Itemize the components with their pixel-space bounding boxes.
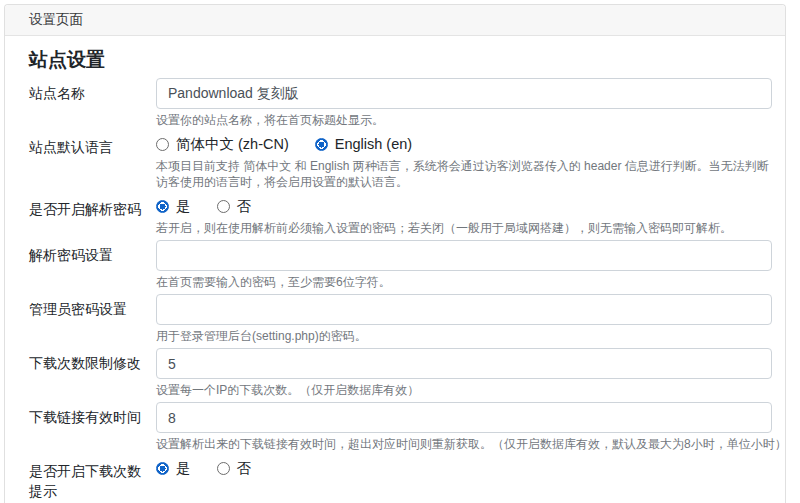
radio-icon[interactable]: [315, 138, 328, 151]
form-row-download-count-tip: 是否开启下载次数提示 是 否: [29, 456, 772, 501]
page-header-title: 设置页面: [29, 11, 83, 29]
field-label-default-language: 站点默认语言: [29, 132, 156, 190]
field-label-admin-password: 管理员密码设置: [29, 294, 156, 344]
field-label-download-limit: 下载次数限制修改: [29, 348, 156, 398]
field-label-site-name: 站点名称: [29, 78, 156, 128]
radio-label: 是: [176, 459, 191, 478]
form-row-site-name: 站点名称 设置你的站点名称，将在首页标题处显示。: [29, 78, 772, 128]
help-text-site-name: 设置你的站点名称，将在首页标题处显示。: [156, 112, 772, 128]
radio-label: 否: [237, 197, 252, 216]
link-valid-time-input[interactable]: [156, 402, 772, 433]
site-name-input[interactable]: [156, 78, 772, 109]
radio-option-download-tip-no[interactable]: 否: [217, 459, 252, 478]
settings-card: 设置页面 站点设置 站点名称 设置你的站点名称，将在首页标题处显示。 站点默认语…: [4, 4, 786, 503]
parse-password-input[interactable]: [156, 240, 772, 271]
form-row-download-limit: 下载次数限制修改 设置每一个IP的下载次数。（仅开启数据库有效）: [29, 348, 772, 398]
form-row-parse-password: 解析密码设置 在首页需要输入的密码，至少需要6位字符。: [29, 240, 772, 290]
download-count-tip-toggle-group: 是 否: [156, 456, 772, 479]
help-text-enable-parse-password: 若开启，则在使用解析前必须输入设置的密码；若关闭（一般用于局域网搭建），则无需输…: [156, 220, 772, 236]
form-row-enable-parse-password: 是否开启解析密码 是 否 若开启，则在使用解析前必须输入设置的密码；若关闭（一般…: [29, 194, 772, 236]
radio-option-en[interactable]: English (en): [315, 135, 412, 154]
help-text-link-valid-time: 设置解析出来的下载链接有效时间，超出对应时间则重新获取。（仅开启数据库有效，默认…: [156, 436, 772, 452]
help-text-download-limit: 设置每一个IP的下载次数。（仅开启数据库有效）: [156, 382, 772, 398]
language-radio-group: 简体中文 (zh-CN) English (en): [156, 132, 772, 155]
radio-option-parse-password-yes[interactable]: 是: [156, 197, 191, 216]
form-row-default-language: 站点默认语言 简体中文 (zh-CN) English (en) 本项目目前支持…: [29, 132, 772, 190]
field-label-enable-parse-password: 是否开启解析密码: [29, 194, 156, 236]
admin-password-input[interactable]: [156, 294, 772, 325]
field-label-link-valid-time: 下载链接有效时间: [29, 402, 156, 452]
parse-password-toggle-group: 是 否: [156, 194, 772, 217]
section-title: 站点设置: [29, 46, 772, 74]
card-body: 站点设置 站点名称 设置你的站点名称，将在首页标题处显示。 站点默认语言 简体中…: [5, 36, 785, 503]
radio-icon[interactable]: [156, 138, 169, 151]
field-label-parse-password: 解析密码设置: [29, 240, 156, 290]
radio-option-parse-password-no[interactable]: 否: [217, 197, 252, 216]
radio-icon[interactable]: [156, 200, 169, 213]
radio-label: 否: [237, 459, 252, 478]
form-row-link-valid-time: 下载链接有效时间 设置解析出来的下载链接有效时间，超出对应时间则重新获取。（仅开…: [29, 402, 772, 452]
download-limit-input[interactable]: [156, 348, 772, 379]
radio-icon[interactable]: [217, 200, 230, 213]
radio-label: 是: [176, 197, 191, 216]
radio-icon[interactable]: [156, 462, 169, 475]
radio-icon[interactable]: [217, 462, 230, 475]
field-label-download-count-tip: 是否开启下载次数提示: [29, 456, 156, 501]
radio-option-zh-cn[interactable]: 简体中文 (zh-CN): [156, 135, 289, 154]
help-text-default-language: 本项目目前支持 简体中文 和 English 两种语言，系统将会通过访客浏览器传…: [156, 158, 772, 190]
help-text-admin-password: 用于登录管理后台(setting.php)的密码。: [156, 328, 772, 344]
radio-label: English (en): [335, 135, 412, 154]
form-row-admin-password: 管理员密码设置 用于登录管理后台(setting.php)的密码。: [29, 294, 772, 344]
card-header: 设置页面: [5, 5, 785, 36]
help-text-parse-password: 在首页需要输入的密码，至少需要6位字符。: [156, 274, 772, 290]
radio-label: 简体中文 (zh-CN): [176, 135, 289, 154]
radio-option-download-tip-yes[interactable]: 是: [156, 459, 191, 478]
